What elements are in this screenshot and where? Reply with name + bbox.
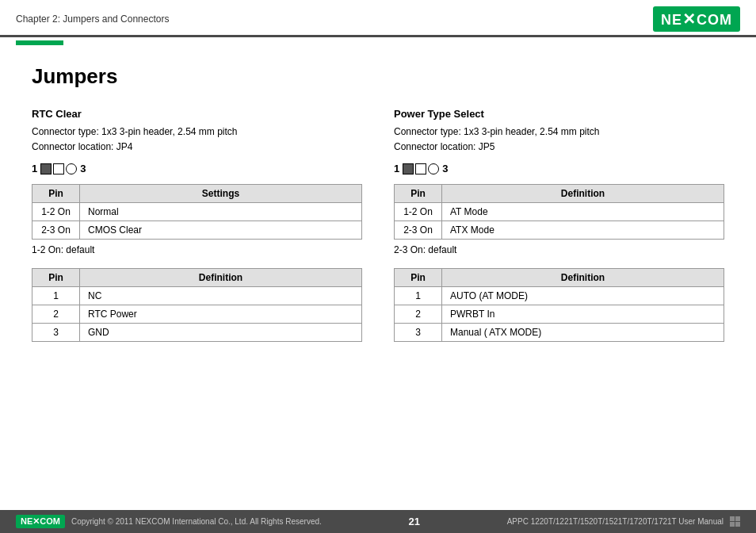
left-t1-r2-val: CMOS Clear — [80, 221, 362, 240]
left-table1-col-pin: Pin — [32, 185, 80, 203]
right-pin-end-label: 3 — [442, 163, 448, 174]
right-t1-r1-pin: 1-2 On — [395, 203, 442, 221]
right-t2-r1-val: AUTO (AT MODE) — [442, 287, 724, 305]
footer-model: APPC 1220T/1221T/1520T/1521T/1720T/1721T… — [507, 517, 724, 526]
right-pin-diagram: 1 3 — [394, 163, 724, 174]
table-row: 3 GND — [32, 324, 362, 342]
left-t2-r2-pin: 2 — [32, 305, 80, 324]
footer-logo-text: NE✕COM — [21, 516, 60, 526]
pin-sq-2 — [53, 163, 64, 174]
footer-copyright: Copyright © 2011 NEXCOM International Co… — [71, 517, 322, 526]
right-pin-sq-2 — [415, 163, 426, 174]
footer-grid-icon — [730, 516, 740, 527]
left-t2-r1-val: NC — [80, 287, 362, 305]
left-t2-r2-val: RTC Power — [80, 305, 362, 324]
right-pin-start-label: 1 — [394, 163, 399, 174]
right-pin-sq-1 — [403, 163, 414, 174]
right-t2-r1-pin: 1 — [395, 287, 442, 305]
left-table2-col-pin: Pin — [32, 269, 80, 287]
table-row: 1-2 On AT Mode — [395, 203, 724, 221]
right-definition-table: Pin Definition 1 AUTO (AT MODE) 2 PWRBT … — [394, 268, 724, 342]
pin-squares — [40, 163, 77, 174]
right-t2-r3-pin: 3 — [395, 324, 442, 342]
page-header: Chapter 2: Jumpers and Connectors NE✕COM — [0, 0, 756, 37]
table-row: 2 RTC Power — [32, 305, 362, 324]
left-default-note: 1-2 On: default — [32, 244, 362, 255]
pin-circle-3 — [66, 163, 77, 174]
right-t1-r1-val: AT Mode — [442, 203, 724, 221]
two-column-layout: RTC Clear Connector type: 1x3 3-pin head… — [32, 108, 724, 347]
left-t2-r1-pin: 1 — [32, 287, 80, 305]
right-section-title: Power Type Select — [394, 108, 724, 120]
right-t2-r2-val: PWRBT In — [442, 305, 724, 324]
right-default-note: 2-3 On: default — [394, 244, 724, 255]
footer-nexcom-logo: NE✕COM — [16, 515, 65, 528]
left-t1-r1-val: Normal — [80, 203, 362, 221]
right-table2-col-def: Definition — [442, 269, 724, 287]
left-t1-r2-pin: 2-3 On — [32, 221, 80, 240]
left-t2-r3-val: GND — [80, 324, 362, 342]
left-section-title: RTC Clear — [32, 108, 362, 120]
left-column: RTC Clear Connector type: 1x3 3-pin head… — [32, 108, 362, 347]
left-t1-r1-pin: 1-2 On — [32, 203, 80, 221]
left-table2-col-def: Definition — [80, 269, 362, 287]
logo-text: NE✕COM — [661, 10, 732, 29]
right-mode-table: Pin Definition 1-2 On AT Mode 2-3 On ATX… — [394, 184, 724, 240]
table-row: 1-2 On Normal — [32, 203, 362, 221]
right-table1-col-def: Definition — [442, 185, 724, 203]
right-t1-r2-pin: 2-3 On — [395, 221, 442, 240]
footer-page-number: 21 — [409, 516, 420, 527]
right-table1-col-pin: Pin — [395, 185, 442, 203]
pin-sq-1 — [40, 163, 52, 174]
table-row: 1 NC — [32, 287, 362, 305]
right-t1-r2-val: ATX Mode — [442, 221, 724, 240]
nexcom-logo: NE✕COM — [653, 6, 740, 32]
table-row: 2-3 On ATX Mode — [395, 221, 724, 240]
main-content: Jumpers RTC Clear Connector type: 1x3 3-… — [0, 48, 756, 362]
left-connector-info: Connector type: 1x3 3-pin header, 2.54 m… — [32, 125, 362, 155]
page-footer: NE✕COM Copyright © 2011 NEXCOM Internati… — [0, 510, 756, 533]
right-pin-squares — [403, 163, 439, 174]
right-column: Power Type Select Connector type: 1x3 3-… — [394, 108, 724, 347]
logo-container: NE✕COM — [653, 6, 740, 32]
table-row: 2 PWRBT In — [395, 305, 724, 324]
right-table2-col-pin: Pin — [395, 269, 442, 287]
left-definition-table: Pin Definition 1 NC 2 RTC Power 3 — [32, 268, 362, 342]
left-pin-diagram: 1 3 — [32, 163, 362, 174]
right-pin-circle-3 — [428, 163, 439, 174]
left-table1-col-settings: Settings — [80, 185, 362, 203]
table-row: 3 Manual ( ATX MODE) — [395, 324, 724, 342]
footer-right: APPC 1220T/1221T/1520T/1521T/1720T/1721T… — [507, 516, 740, 527]
table-row: 2-3 On CMOS Clear — [32, 221, 362, 240]
pin-end-label: 3 — [80, 163, 86, 174]
right-t2-r3-val: Manual ( ATX MODE) — [442, 324, 724, 342]
table-row: 1 AUTO (AT MODE) — [395, 287, 724, 305]
footer-logo-area: NE✕COM Copyright © 2011 NEXCOM Internati… — [16, 515, 322, 528]
chapter-label: Chapter 2: Jumpers and Connectors — [16, 13, 169, 25]
page-title: Jumpers — [32, 64, 724, 89]
pin-start-label: 1 — [32, 163, 37, 174]
accent-bar — [16, 40, 63, 45]
right-connector-info: Connector type: 1x3 3-pin header, 2.54 m… — [394, 125, 724, 155]
left-settings-table: Pin Settings 1-2 On Normal 2-3 On CMOS C… — [32, 184, 362, 240]
left-t2-r3-pin: 3 — [32, 324, 80, 342]
right-t2-r2-pin: 2 — [395, 305, 442, 324]
